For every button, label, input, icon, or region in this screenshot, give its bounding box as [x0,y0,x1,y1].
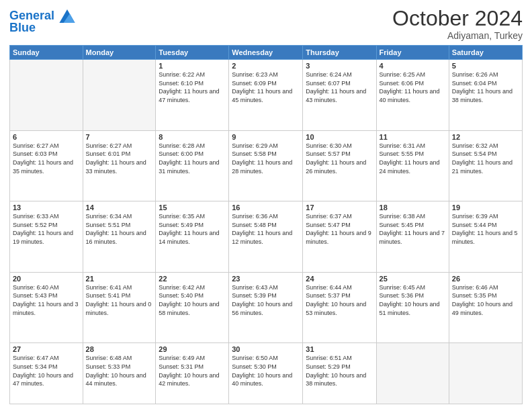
day-number: 19 [452,203,519,212]
day-number: 15 [159,203,226,212]
day-number: 8 [159,133,226,141]
calendar-cell: 24Sunrise: 6:44 AM Sunset: 5:37 PM Dayli… [303,272,376,343]
day-info: Sunrise: 6:34 AM Sunset: 5:51 PM Dayligh… [86,212,153,246]
calendar-cell: 20Sunrise: 6:40 AM Sunset: 5:43 PM Dayli… [10,272,83,343]
calendar-cell: 3Sunrise: 6:24 AM Sunset: 6:07 PM Daylig… [303,60,376,131]
day-number: 1 [159,62,226,70]
calendar-cell: 4Sunrise: 6:25 AM Sunset: 6:06 PM Daylig… [376,60,449,131]
day-number: 26 [452,275,519,283]
weekday-header: Sunday [10,46,83,60]
calendar-cell: 1Sunrise: 6:22 AM Sunset: 6:10 PM Daylig… [156,60,229,131]
calendar-cell: 15Sunrise: 6:35 AM Sunset: 5:49 PM Dayli… [156,201,229,273]
calendar-cell: 28Sunrise: 6:48 AM Sunset: 5:33 PM Dayli… [83,343,156,404]
weekday-header: Thursday [303,46,376,60]
day-number: 20 [13,275,80,283]
calendar-cell [376,343,449,404]
calendar-cell: 7Sunrise: 6:27 AM Sunset: 6:01 PM Daylig… [83,130,156,201]
day-number: 22 [159,275,226,283]
day-number: 14 [86,203,153,212]
day-number: 31 [306,345,373,353]
day-info: Sunrise: 6:27 AM Sunset: 6:01 PM Dayligh… [86,142,153,175]
calendar-cell: 29Sunrise: 6:49 AM Sunset: 5:31 PM Dayli… [156,343,229,404]
day-number: 12 [452,133,519,141]
day-number: 9 [232,133,300,141]
location-subtitle: Adiyaman, Turkey [392,30,523,41]
day-number: 3 [306,62,373,70]
calendar-cell: 19Sunrise: 6:39 AM Sunset: 5:44 PM Dayli… [449,201,522,273]
day-info: Sunrise: 6:25 AM Sunset: 6:06 PM Dayligh… [380,71,446,104]
day-number: 30 [232,345,300,353]
day-number: 25 [380,275,446,283]
day-number: 13 [13,203,80,212]
calendar-cell [83,60,156,131]
day-number: 6 [13,133,80,141]
day-number: 21 [86,275,153,283]
day-info: Sunrise: 6:22 AM Sunset: 6:10 PM Dayligh… [159,71,226,104]
calendar-week-row: 20Sunrise: 6:40 AM Sunset: 5:43 PM Dayli… [10,272,523,343]
day-number: 24 [306,275,373,283]
calendar-cell: 23Sunrise: 6:43 AM Sunset: 5:39 PM Dayli… [229,272,303,343]
day-info: Sunrise: 6:50 AM Sunset: 5:30 PM Dayligh… [232,354,300,387]
calendar-cell: 12Sunrise: 6:32 AM Sunset: 5:54 PM Dayli… [449,130,522,201]
calendar-cell: 21Sunrise: 6:41 AM Sunset: 5:41 PM Dayli… [83,272,156,343]
title-block: October 2024 Adiyaman, Turkey [392,7,523,41]
day-number: 2 [232,62,300,70]
day-number: 7 [86,133,153,141]
day-info: Sunrise: 6:41 AM Sunset: 5:41 PM Dayligh… [86,283,153,317]
calendar-week-row: 13Sunrise: 6:33 AM Sunset: 5:52 PM Dayli… [10,201,523,273]
day-number: 5 [452,62,519,70]
weekday-header: Friday [376,46,449,60]
day-info: Sunrise: 6:39 AM Sunset: 5:44 PM Dayligh… [452,212,519,246]
calendar-cell [449,343,522,404]
day-info: Sunrise: 6:35 AM Sunset: 5:49 PM Dayligh… [159,212,226,246]
calendar-cell: 30Sunrise: 6:50 AM Sunset: 5:30 PM Dayli… [229,343,303,404]
day-info: Sunrise: 6:23 AM Sunset: 6:09 PM Dayligh… [232,71,300,104]
header: General Blue October 2024 Adiyaman, Turk… [9,7,523,41]
day-info: Sunrise: 6:37 AM Sunset: 5:47 PM Dayligh… [306,212,373,246]
calendar-cell: 17Sunrise: 6:37 AM Sunset: 5:47 PM Dayli… [303,201,376,273]
calendar-cell: 14Sunrise: 6:34 AM Sunset: 5:51 PM Dayli… [83,201,156,273]
calendar-cell: 22Sunrise: 6:42 AM Sunset: 5:40 PM Dayli… [156,272,229,343]
day-info: Sunrise: 6:27 AM Sunset: 6:03 PM Dayligh… [13,142,80,175]
day-info: Sunrise: 6:38 AM Sunset: 5:45 PM Dayligh… [380,212,446,246]
calendar-cell: 27Sunrise: 6:47 AM Sunset: 5:34 PM Dayli… [10,343,83,404]
logo: General Blue [9,9,75,35]
day-info: Sunrise: 6:49 AM Sunset: 5:31 PM Dayligh… [159,354,226,387]
day-info: Sunrise: 6:32 AM Sunset: 5:54 PM Dayligh… [452,142,519,175]
calendar-cell: 25Sunrise: 6:45 AM Sunset: 5:36 PM Dayli… [376,272,449,343]
day-number: 29 [159,345,226,353]
calendar-week-row: 6Sunrise: 6:27 AM Sunset: 6:03 PM Daylig… [10,130,523,201]
weekday-header: Wednesday [229,46,303,60]
day-info: Sunrise: 6:46 AM Sunset: 5:35 PM Dayligh… [452,283,519,317]
calendar: SundayMondayTuesdayWednesdayThursdayFrid… [9,45,523,404]
day-number: 4 [380,62,446,70]
day-info: Sunrise: 6:33 AM Sunset: 5:52 PM Dayligh… [13,212,80,246]
calendar-cell: 2Sunrise: 6:23 AM Sunset: 6:09 PM Daylig… [229,60,303,131]
calendar-cell: 6Sunrise: 6:27 AM Sunset: 6:03 PM Daylig… [10,130,83,201]
calendar-cell: 26Sunrise: 6:46 AM Sunset: 5:35 PM Dayli… [449,272,522,343]
day-info: Sunrise: 6:26 AM Sunset: 6:04 PM Dayligh… [452,71,519,104]
day-info: Sunrise: 6:31 AM Sunset: 5:55 PM Dayligh… [380,142,446,175]
day-info: Sunrise: 6:42 AM Sunset: 5:40 PM Dayligh… [159,283,226,317]
day-info: Sunrise: 6:24 AM Sunset: 6:07 PM Dayligh… [306,71,373,104]
day-number: 11 [380,133,446,141]
month-title: October 2024 [392,7,523,30]
day-info: Sunrise: 6:51 AM Sunset: 5:29 PM Dayligh… [306,354,373,387]
calendar-week-row: 27Sunrise: 6:47 AM Sunset: 5:34 PM Dayli… [10,343,523,404]
calendar-week-row: 1Sunrise: 6:22 AM Sunset: 6:10 PM Daylig… [10,60,523,131]
day-info: Sunrise: 6:47 AM Sunset: 5:34 PM Dayligh… [13,354,80,387]
calendar-cell: 13Sunrise: 6:33 AM Sunset: 5:52 PM Dayli… [10,201,83,273]
day-info: Sunrise: 6:36 AM Sunset: 5:48 PM Dayligh… [232,212,300,246]
day-info: Sunrise: 6:40 AM Sunset: 5:43 PM Dayligh… [13,283,80,317]
calendar-cell: 9Sunrise: 6:29 AM Sunset: 5:58 PM Daylig… [229,130,303,201]
day-number: 23 [232,275,300,283]
day-info: Sunrise: 6:48 AM Sunset: 5:33 PM Dayligh… [86,354,153,387]
day-number: 10 [306,133,373,141]
calendar-header-row: SundayMondayTuesdayWednesdayThursdayFrid… [10,46,523,60]
calendar-cell: 11Sunrise: 6:31 AM Sunset: 5:55 PM Dayli… [376,130,449,201]
day-info: Sunrise: 6:43 AM Sunset: 5:39 PM Dayligh… [232,283,300,317]
weekday-header: Saturday [449,46,522,60]
day-number: 28 [86,345,153,353]
day-info: Sunrise: 6:30 AM Sunset: 5:57 PM Dayligh… [306,142,373,175]
calendar-cell [10,60,83,131]
